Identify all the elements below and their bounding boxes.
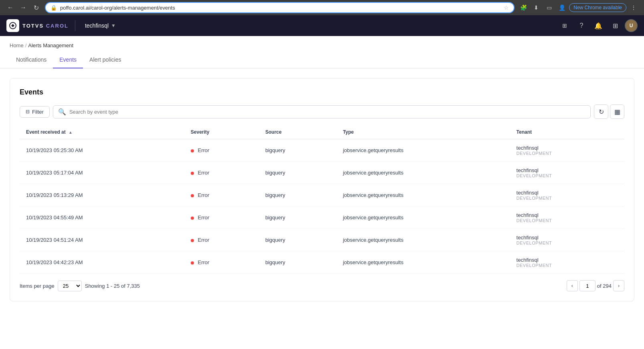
columns-button[interactable]: ▦: [610, 104, 624, 119]
table-row[interactable]: 10/19/2023 04:51:24 AM Error bigquery jo…: [20, 229, 624, 251]
new-chrome-button[interactable]: New Chrome available: [569, 3, 626, 12]
cell-event-received-at: 10/19/2023 05:17:04 AM: [20, 162, 184, 184]
forward-button[interactable]: →: [18, 2, 29, 13]
severity-dot: [191, 261, 194, 265]
url-text: poffo.carol.ai/carol-org/alerts-manageme…: [60, 5, 501, 11]
cell-tenant: techfinsql DEVELOPMENT: [510, 162, 624, 184]
tab-alert-policies[interactable]: Alert policies: [83, 52, 127, 68]
cast-icon[interactable]: ▭: [543, 2, 555, 13]
filter-button[interactable]: ⊟ Filter: [20, 106, 50, 118]
col-source: Source: [259, 125, 337, 139]
cell-type: jobservice.getqueryresults: [337, 139, 510, 162]
tenant-name-value: techfinsql: [517, 190, 618, 196]
bell-icon[interactable]: 🔔: [591, 18, 606, 33]
severity-dot: [191, 149, 194, 152]
cell-severity: Error: [184, 229, 259, 251]
table-row[interactable]: 10/19/2023 05:25:30 AM Error bigquery jo…: [20, 139, 624, 162]
cell-severity: Error: [184, 207, 259, 229]
col-type: Type: [337, 125, 510, 139]
table-row[interactable]: 10/19/2023 05:17:04 AM Error bigquery jo…: [20, 162, 624, 184]
extensions-icon[interactable]: 🧩: [518, 2, 529, 13]
events-table: Event received at ▲ Severity Source Type…: [20, 125, 624, 274]
cell-event-received-at: 10/19/2023 04:55:49 AM: [20, 207, 184, 229]
cell-event-received-at: 10/19/2023 05:13:29 AM: [20, 184, 184, 207]
cell-source: bigquery: [259, 139, 337, 162]
bookmark-icon: ☆: [504, 4, 509, 11]
more-icon[interactable]: ⋮: [628, 2, 639, 13]
filter-label: Filter: [32, 109, 44, 115]
logo[interactable]: TOTVS CAROL: [6, 19, 69, 32]
next-page-button[interactable]: ›: [613, 280, 624, 291]
address-bar[interactable]: 🔒 poffo.carol.ai/carol-org/alerts-manage…: [45, 2, 515, 13]
cell-type: jobservice.getqueryresults: [337, 184, 510, 207]
navbar-divider: [75, 20, 75, 31]
logo-icon: [6, 19, 19, 32]
tenant-env-value: DEVELOPMENT: [517, 196, 618, 201]
table-row[interactable]: 10/19/2023 04:42:23 AM Error bigquery jo…: [20, 251, 624, 274]
cell-source: bigquery: [259, 251, 337, 274]
cell-severity: Error: [184, 162, 259, 184]
reload-button[interactable]: ↻: [30, 2, 42, 13]
tenant-env-value: DEVELOPMENT: [517, 241, 618, 245]
cell-source: bigquery: [259, 162, 337, 184]
tab-events[interactable]: Events: [53, 52, 83, 68]
avatar[interactable]: U: [625, 19, 638, 32]
pagination-left: Items per page 25 10 50 100 Showing 1 - …: [20, 281, 140, 291]
cell-event-received-at: 10/19/2023 04:42:23 AM: [20, 251, 184, 274]
refresh-button[interactable]: ↻: [594, 104, 608, 119]
cell-type: jobservice.getqueryresults: [337, 229, 510, 251]
toolbar: ⊟ Filter 🔍 ↻ ▦: [20, 104, 624, 119]
cell-type: jobservice.getqueryresults: [337, 251, 510, 274]
cell-tenant: techfinsql DEVELOPMENT: [510, 251, 624, 274]
table-row[interactable]: 10/19/2023 05:13:29 AM Error bigquery jo…: [20, 184, 624, 207]
table-row[interactable]: 10/19/2023 04:55:49 AM Error bigquery jo…: [20, 207, 624, 229]
showing-text: Showing 1 - 25 of 7,335: [85, 283, 140, 289]
tenant-env-value: DEVELOPMENT: [517, 218, 618, 223]
cell-source: bigquery: [259, 184, 337, 207]
col-severity: Severity: [184, 125, 259, 139]
col-event-received-at[interactable]: Event received at ▲: [20, 125, 184, 139]
breadcrumb-home-link[interactable]: Home: [10, 42, 24, 48]
tenant-selector[interactable]: techfinsql ▼: [82, 21, 119, 30]
tenant-env-value: DEVELOPMENT: [517, 173, 618, 178]
navbar-left: TOTVS CAROL techfinsql ▼: [6, 19, 119, 32]
help-icon[interactable]: ?: [574, 18, 589, 33]
search-icon: 🔍: [58, 108, 66, 116]
cell-severity: Error: [184, 184, 259, 207]
severity-dot: [191, 217, 194, 220]
grid-icon[interactable]: ⊞: [608, 18, 622, 33]
profile-icon[interactable]: 👤: [556, 2, 567, 13]
table-header-row: Event received at ▲ Severity Source Type…: [20, 125, 624, 139]
browser-nav-buttons: ← → ↻: [5, 2, 42, 13]
pagination-bar: Items per page 25 10 50 100 Showing 1 - …: [20, 274, 624, 291]
navbar-right: ⊞ ? 🔔 ⊞ U: [557, 18, 638, 33]
breadcrumb: Home / Alerts Management: [0, 36, 644, 48]
tabs-bar: Notifications Events Alert policies: [0, 52, 644, 68]
search-input[interactable]: [69, 109, 585, 115]
tenant-env-value: DEVELOPMENT: [517, 263, 618, 268]
prev-page-button[interactable]: ‹: [567, 280, 578, 291]
back-button[interactable]: ←: [5, 2, 16, 13]
card-title: Events: [20, 88, 624, 96]
per-page-select[interactable]: 25 10 50 100: [58, 281, 82, 291]
cell-source: bigquery: [259, 207, 337, 229]
cell-tenant: techfinsql DEVELOPMENT: [510, 139, 624, 162]
tab-notifications[interactable]: Notifications: [10, 52, 53, 68]
app-navbar: TOTVS CAROL techfinsql ▼ ⊞ ? 🔔 ⊞ U: [0, 15, 644, 36]
tenant-name-value: techfinsql: [517, 145, 618, 151]
page-content: Home / Alerts Management Notifications E…: [0, 36, 644, 349]
search-box: 🔍: [53, 105, 591, 118]
severity-dot: [191, 239, 194, 242]
cell-tenant: techfinsql DEVELOPMENT: [510, 207, 624, 229]
download-icon[interactable]: ⬇: [531, 2, 542, 13]
browser-actions: 🧩 ⬇ ▭ 👤 New Chrome available ⋮: [518, 2, 639, 13]
col-tenant: Tenant: [510, 125, 624, 139]
cell-tenant: techfinsql DEVELOPMENT: [510, 184, 624, 207]
cell-severity: Error: [184, 139, 259, 162]
tenant-env-value: DEVELOPMENT: [517, 151, 618, 156]
toolbar-right-actions: ↻ ▦: [594, 104, 624, 119]
filter-icon: ⊟: [26, 109, 30, 114]
chevron-down-icon: ▼: [111, 23, 116, 28]
page-input[interactable]: [579, 280, 596, 291]
apps-icon[interactable]: ⊞: [557, 18, 572, 33]
